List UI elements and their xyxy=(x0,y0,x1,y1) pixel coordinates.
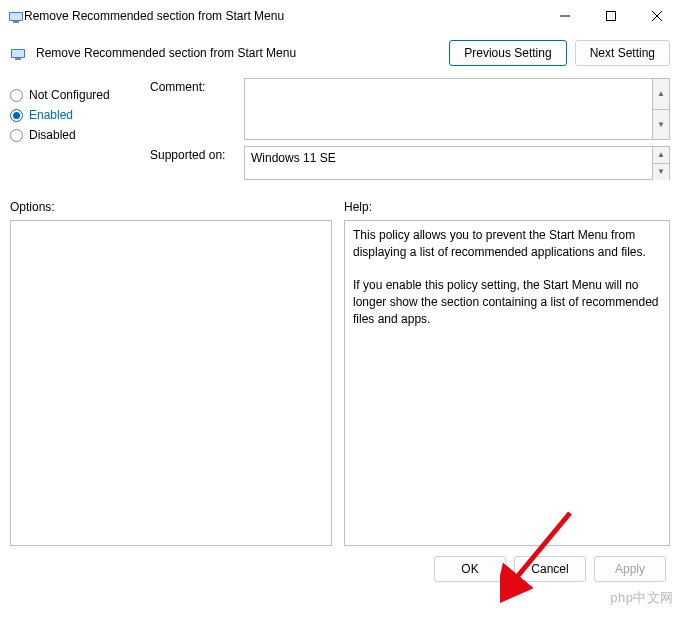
options-label: Options: xyxy=(10,200,332,214)
help-text: This policy allows you to prevent the St… xyxy=(353,227,661,261)
next-setting-button[interactable]: Next Setting xyxy=(575,40,670,66)
scroll-up-icon[interactable]: ▲ xyxy=(652,147,669,163)
comment-input[interactable]: ▲ ▼ xyxy=(244,78,670,140)
subheader: Remove Recommended section from Start Me… xyxy=(0,32,680,74)
radio-icon xyxy=(10,109,23,122)
help-label: Help: xyxy=(344,200,670,214)
window-title: Remove Recommended section from Start Me… xyxy=(24,9,542,23)
close-button[interactable] xyxy=(634,0,680,32)
radio-label: Enabled xyxy=(29,108,73,122)
help-panel: This policy allows you to prevent the St… xyxy=(344,220,670,546)
state-radio-group: Not Configured Enabled Disabled xyxy=(10,78,140,186)
svg-rect-1 xyxy=(10,13,22,20)
radio-icon xyxy=(10,129,23,142)
cancel-button[interactable]: Cancel xyxy=(514,556,586,582)
scroll-down-icon[interactable]: ▼ xyxy=(652,163,669,180)
policy-icon xyxy=(10,45,26,61)
ok-button[interactable]: OK xyxy=(434,556,506,582)
previous-setting-button[interactable]: Previous Setting xyxy=(449,40,566,66)
dialog-footer: OK Cancel Apply xyxy=(0,548,680,590)
scrollbar[interactable]: ▲ ▼ xyxy=(652,147,669,179)
svg-rect-2 xyxy=(13,21,19,23)
policy-name: Remove Recommended section from Start Me… xyxy=(36,46,296,60)
comment-label: Comment: xyxy=(150,78,232,94)
supported-on-field: Windows 11 SE ▲ ▼ xyxy=(244,146,670,180)
scroll-down-icon[interactable]: ▼ xyxy=(652,109,669,140)
scrollbar[interactable]: ▲ ▼ xyxy=(652,79,669,139)
minimize-button[interactable] xyxy=(542,0,588,32)
options-panel xyxy=(10,220,332,546)
window-controls xyxy=(542,0,680,32)
maximize-button[interactable] xyxy=(588,0,634,32)
svg-rect-4 xyxy=(607,12,616,21)
supported-on-label: Supported on: xyxy=(150,146,232,162)
radio-not-configured[interactable]: Not Configured xyxy=(10,88,140,102)
scroll-up-icon[interactable]: ▲ xyxy=(652,79,669,109)
radio-label: Disabled xyxy=(29,128,76,142)
watermark: php中文网 xyxy=(610,589,674,607)
radio-disabled[interactable]: Disabled xyxy=(10,128,140,142)
radio-enabled[interactable]: Enabled xyxy=(10,108,140,122)
help-text: If you enable this policy setting, the S… xyxy=(353,277,661,327)
svg-rect-9 xyxy=(15,58,21,60)
lower-panels: Options: Help: This policy allows you to… xyxy=(0,192,680,548)
policy-icon xyxy=(8,8,24,24)
titlebar: Remove Recommended section from Start Me… xyxy=(0,0,680,32)
apply-button[interactable]: Apply xyxy=(594,556,666,582)
radio-icon xyxy=(10,89,23,102)
radio-label: Not Configured xyxy=(29,88,110,102)
config-area: Not Configured Enabled Disabled Comment:… xyxy=(0,74,680,192)
svg-rect-8 xyxy=(12,50,24,57)
